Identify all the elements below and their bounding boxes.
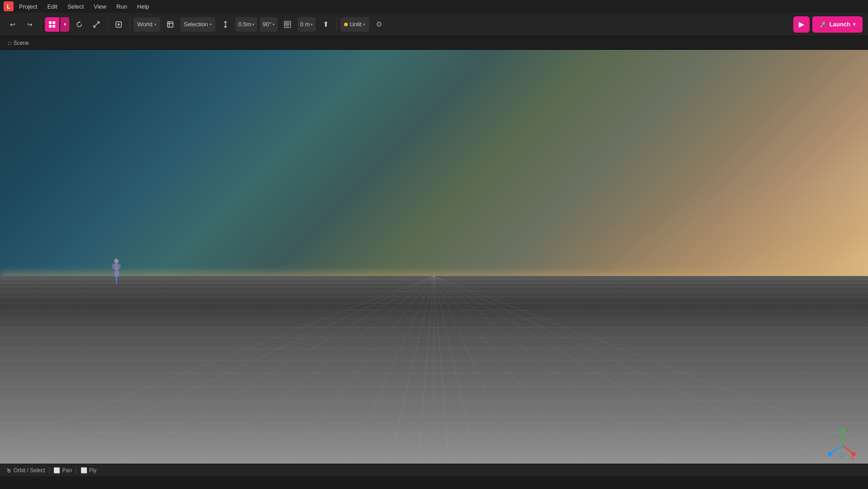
svg-rect-53	[115, 263, 118, 271]
svg-line-61	[843, 445, 853, 453]
pan-label: Pan	[62, 467, 72, 474]
svg-point-60	[828, 452, 832, 456]
menu-help[interactable]: Help	[133, 2, 154, 11]
settings-button[interactable]: ⚙	[372, 17, 386, 32]
separator	[41, 18, 41, 31]
svg-line-32	[434, 276, 868, 476]
fly-key-icon: ⬜	[81, 467, 87, 474]
snap-angle-dropdown[interactable]: 90° ▾	[260, 17, 278, 32]
menubar: L Project Edit Select View Run Help	[0, 0, 868, 13]
selection-label: Selection	[184, 21, 208, 28]
menu-edit[interactable]: Edit	[43, 2, 62, 11]
svg-line-26	[434, 276, 480, 476]
svg-line-21	[340, 276, 434, 476]
distance-chevron: ▾	[311, 22, 313, 27]
svg-rect-0	[49, 21, 52, 24]
world-dropdown[interactable]: World ▾	[134, 17, 160, 32]
world-label: World	[137, 21, 153, 28]
snap-angle-label: 90°	[263, 21, 272, 28]
status-sep-2: |	[76, 467, 77, 474]
svg-rect-15	[284, 21, 291, 28]
selection-chevron: ▾	[210, 22, 212, 27]
logo-button[interactable]: L	[4, 1, 14, 11]
launch-label: Launch	[830, 21, 850, 28]
svg-line-28	[434, 276, 596, 476]
selection-dropdown[interactable]: Selection ▾	[180, 17, 216, 32]
separator	[336, 18, 337, 31]
move-mode-button[interactable]	[111, 17, 126, 32]
grid-mode-button[interactable]	[45, 17, 59, 32]
svg-line-20	[272, 276, 434, 476]
distance-label: 0 m	[300, 21, 310, 28]
svg-line-31	[434, 276, 868, 476]
svg-point-64	[840, 429, 845, 433]
toolbar: ↩ ↪ ▾	[0, 13, 868, 36]
frame-button[interactable]	[163, 17, 177, 32]
rotate-button[interactable]	[72, 17, 86, 32]
scene-tab-icon: □	[8, 40, 11, 46]
up-button[interactable]: ⬆	[318, 17, 333, 32]
svg-rect-55	[118, 264, 120, 269]
grid-mode-dropdown[interactable]: ▾	[60, 17, 69, 32]
svg-line-59	[831, 445, 843, 453]
mode-group: ▾	[45, 17, 69, 32]
redo-button[interactable]: ↪	[23, 17, 37, 32]
unlit-dropdown[interactable]: Unlit ▾	[340, 17, 369, 32]
play-button[interactable]: ▶	[793, 16, 810, 33]
menu-view[interactable]: View	[89, 2, 111, 11]
unlit-chevron: ▾	[363, 22, 365, 27]
svg-rect-54	[112, 264, 115, 269]
orbit-select-label: Orbit / Select	[14, 467, 45, 474]
status-sep-1: |	[48, 467, 50, 474]
separator	[107, 18, 108, 31]
svg-line-25	[434, 276, 451, 476]
fly-label: Fly	[89, 467, 96, 474]
scene-tab[interactable]: □ Scene	[4, 38, 34, 48]
svg-line-30	[434, 276, 777, 476]
ground: .grid-line { stroke: rgba(200,200,220,0.…	[0, 276, 868, 476]
scene-tab-bar: □ Scene	[0, 36, 868, 50]
svg-rect-7	[168, 22, 173, 27]
grid-toggle-button[interactable]	[280, 17, 295, 32]
launch-chevron: ▾	[853, 22, 855, 27]
svg-text:Z: Z	[840, 453, 843, 458]
character-figure	[111, 258, 122, 280]
viewport[interactable]: .grid-line { stroke: rgba(200,200,220,0.…	[0, 50, 868, 476]
snap-distance-dropdown[interactable]: 0.5m ▾	[235, 17, 257, 32]
launch-button[interactable]: 🚀 Launch ▾	[812, 16, 863, 33]
svg-text:X: X	[851, 456, 854, 460]
pan-mouse-icon: ⬜	[53, 467, 60, 474]
svg-line-22	[385, 276, 434, 476]
snap-distance-label: 0.5m	[238, 21, 251, 28]
scale-button[interactable]	[89, 17, 104, 32]
svg-rect-2	[49, 25, 52, 28]
svg-rect-3	[53, 25, 55, 28]
unlit-label: Unlit	[350, 21, 361, 28]
svg-line-19	[181, 276, 434, 476]
undo-button[interactable]: ↩	[5, 17, 20, 32]
snap-distance-chevron: ▾	[252, 22, 254, 27]
scene-tab-label: Scene	[14, 40, 29, 46]
mouse-icon: 🖱	[5, 467, 12, 474]
world-chevron: ▾	[154, 22, 157, 27]
svg-rect-56	[115, 271, 117, 277]
launch-icon: 🚀	[820, 21, 827, 28]
menu-project[interactable]: Project	[14, 2, 42, 11]
menu-run[interactable]: Run	[112, 2, 132, 11]
gizmo: X Z	[825, 428, 857, 460]
svg-line-16	[0, 276, 434, 476]
svg-line-27	[434, 276, 525, 476]
svg-line-18	[91, 276, 434, 476]
grid: .grid-line { stroke: rgba(200,200,220,0.…	[0, 276, 868, 476]
distance-dropdown[interactable]: 0 m ▾	[297, 17, 316, 32]
separator	[129, 18, 130, 31]
svg-rect-57	[117, 271, 119, 277]
snap-angle-chevron: ▾	[273, 22, 275, 27]
svg-point-52	[114, 259, 119, 263]
menu-select[interactable]: Select	[63, 2, 88, 11]
height-button[interactable]	[218, 17, 233, 32]
statusbar: 🖱 Orbit / Select | ⬜ Pan | ⬜ Fly	[0, 464, 868, 476]
svg-line-23	[417, 276, 434, 476]
svg-line-17	[0, 276, 434, 476]
svg-rect-1	[53, 21, 55, 24]
